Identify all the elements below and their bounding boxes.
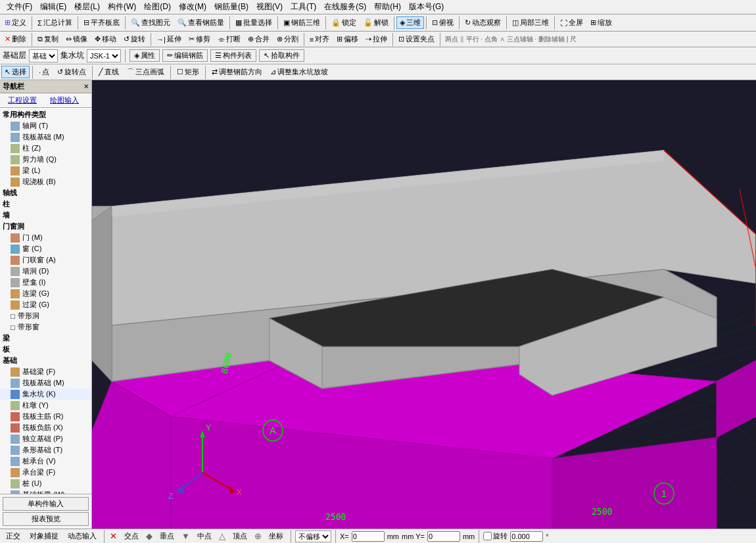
btn-set-grip[interactable]: ⊡设置夹点 — [395, 33, 438, 45]
rotate-checkbox[interactable] — [483, 532, 492, 540]
nav-item-column[interactable]: 柱 (Z) — [0, 143, 91, 154]
nav-item-shearwall[interactable]: 剪力墙 (Q) — [0, 154, 91, 165]
btn-trim[interactable]: ✂修剪 — [185, 33, 214, 45]
btn-offset[interactable]: ⊞偏移 — [333, 33, 362, 45]
btn-ortho[interactable]: 正交 — [3, 530, 24, 542]
nav-item-niche[interactable]: 壁龛 (I) — [0, 277, 91, 288]
viewport[interactable]: 1 A 8000 2500 2500 Y — [92, 80, 756, 529]
nav-item-raft[interactable]: 筏板基础 (M) — [0, 131, 91, 143]
btn-comp-list[interactable]: ☰构件列表 — [210, 49, 256, 62]
btn-rect[interactable]: ☐矩形 — [174, 66, 202, 78]
btn-lock[interactable]: 🔒锁定 — [328, 16, 360, 29]
btn-fullscreen[interactable]: ⛶全屏 — [557, 16, 586, 29]
btn-coord[interactable]: 坐标 — [266, 530, 287, 542]
nav-link-project[interactable]: 工程设置 — [3, 95, 42, 106]
btn-vertex[interactable]: 顶点 — [229, 530, 250, 542]
nav-item-cap-beam[interactable]: 承台梁 (F) — [0, 467, 91, 478]
rotate-checkbox-label[interactable]: 旋转 — [483, 531, 508, 541]
nav-item-ind-found[interactable]: 独立基础 (P) — [0, 433, 91, 444]
nav-item-wallhole[interactable]: 墙洞 (D) — [0, 266, 91, 277]
type-select[interactable]: JSK-1 — [87, 49, 121, 62]
btn-split[interactable]: ⊗分割 — [273, 33, 302, 45]
offset-select[interactable]: 不偏移 — [295, 531, 331, 542]
btn-single-input[interactable]: 单构件输入 — [3, 497, 89, 511]
btn-rotate-point[interactable]: ↺旋转点 — [54, 66, 89, 78]
btn-define[interactable]: ⊞定义 — [1, 16, 30, 29]
menu-component[interactable]: 构件(W) — [104, 0, 140, 14]
btn-perp[interactable]: 垂点 — [156, 530, 177, 542]
btn-delete[interactable]: ✕删除 — [1, 33, 30, 45]
btn-stretch[interactable]: ⇢拉伸 — [362, 33, 390, 45]
menu-help[interactable]: 帮助(H) — [370, 0, 405, 14]
btn-dynamic-obs[interactable]: ↻动态观察 — [461, 16, 504, 29]
btn-property[interactable]: ◈属性 — [130, 49, 160, 62]
btn-calc[interactable]: Σ汇总计算 — [34, 16, 76, 29]
nav-item-linkbeam[interactable]: 连梁 (G) — [0, 288, 91, 299]
rotate-input[interactable] — [510, 531, 543, 542]
nav-item-pile[interactable]: 桩 (U) — [0, 478, 91, 489]
nav-link-draw[interactable]: 绘图输入 — [45, 95, 84, 106]
btn-pick-comp[interactable]: ↖拾取构件 — [259, 49, 304, 62]
btn-unlock[interactable]: 🔓解锁 — [360, 16, 392, 29]
btn-extend[interactable]: →|延伸 — [153, 33, 185, 45]
btn-move[interactable]: ✥移动 — [91, 33, 120, 45]
menu-rebar[interactable]: 钢筋量(B) — [210, 0, 252, 14]
btn-rotate[interactable]: ↺旋转 — [120, 33, 149, 45]
btn-batch-select[interactable]: ▦批量选择 — [232, 16, 275, 29]
nav-item-raft-found[interactable]: 筏板基础 (M) — [0, 377, 91, 389]
btn-merge[interactable]: ⊕合并 — [245, 33, 273, 45]
x-input[interactable] — [352, 531, 385, 542]
btn-copy[interactable]: ⧉复制 — [34, 33, 62, 45]
menu-floor[interactable]: 楼层(L) — [70, 0, 104, 14]
btn-select[interactable]: ↖选择 — [1, 66, 30, 78]
nav-item-strip-found[interactable]: 条形基础 (T) — [0, 444, 91, 456]
btn-point[interactable]: ·点 — [35, 66, 53, 78]
btn-find[interactable]: 🔍查找图元 — [128, 16, 174, 29]
nav-item-raft-rebar[interactable]: 筏板主筋 (R) — [0, 411, 91, 422]
menu-draw[interactable]: 绘图(D) — [140, 0, 175, 14]
nav-item-pit[interactable]: 集水坑 (K) — [0, 389, 91, 400]
btn-local-3d[interactable]: ◫局部三维 — [509, 16, 552, 29]
btn-break[interactable]: ⌯打断 — [214, 33, 244, 45]
btn-adjust-rebar-dir[interactable]: ⇄调整钢筋方向 — [208, 66, 266, 78]
btn-report[interactable]: 报表预览 — [3, 512, 89, 526]
layer-select[interactable]: 基础 — [29, 49, 58, 62]
btn-3d[interactable]: ◈三维 — [396, 16, 424, 29]
nav-item-found-beam[interactable]: 基础梁 (F) — [0, 366, 91, 377]
btn-zoom[interactable]: ⊞缩放 — [587, 16, 615, 29]
nav-item-colpier[interactable]: 柱墩 (Y) — [0, 400, 91, 411]
nav-item-found-strip[interactable]: 基础板带 (W) — [0, 489, 91, 494]
btn-adjust-slope[interactable]: ⊿调整集水坑放坡 — [267, 66, 331, 78]
btn-snap[interactable]: 对象捕捉 — [26, 530, 62, 542]
nav-item-pilecap[interactable]: 桩承台 (V) — [0, 456, 91, 467]
btn-align[interactable]: ≡对齐 — [306, 33, 333, 45]
nav-item-overbeam[interactable]: 过梁 (G) — [0, 299, 91, 310]
btn-flat[interactable]: ⊟平齐板底 — [80, 16, 123, 29]
btn-intersect[interactable]: 交点 — [121, 530, 142, 542]
btn-top-view[interactable]: ⊡俯视 — [429, 16, 457, 29]
btn-arc[interactable]: ⌒三点画弧 — [124, 66, 168, 78]
menu-version[interactable]: 版本号(G) — [405, 0, 448, 14]
menu-online[interactable]: 在线服务(S) — [320, 0, 370, 14]
menu-view[interactable]: 视图(V) — [252, 0, 287, 14]
btn-view-rebar[interactable]: 🔍查看钢筋量 — [174, 16, 227, 29]
btn-mirror[interactable]: ⇔镜像 — [62, 33, 91, 45]
menu-file[interactable]: 文件(F) — [3, 0, 36, 14]
menu-modify[interactable]: 修改(M) — [175, 0, 210, 14]
nav-close-icon[interactable]: ✕ — [83, 83, 89, 90]
btn-midpoint[interactable]: 中点 — [194, 530, 215, 542]
nav-item-raft-neg[interactable]: 筏板负筋 (X) — [0, 422, 91, 433]
nav-item-stripwindow[interactable]: □ 带形窗 — [0, 321, 91, 333]
nav-item-doorwindow[interactable]: 门联窗 (A) — [0, 254, 91, 266]
btn-rebar-3d[interactable]: ▣钢筋三维 — [280, 16, 323, 29]
nav-item-grid[interactable]: 轴网 (T) — [0, 120, 91, 131]
nav-item-striphole[interactable]: □ 带形洞 — [0, 310, 91, 321]
nav-item-beam[interactable]: 梁 (L) — [0, 165, 91, 176]
nav-item-slab[interactable]: 现浇板 (B) — [0, 176, 91, 187]
menu-tools[interactable]: 工具(T) — [287, 0, 320, 14]
btn-line[interactable]: ╱直线 — [95, 66, 122, 78]
btn-edit-rebar[interactable]: ✏编辑钢筋 — [162, 49, 208, 62]
menu-edit[interactable]: 编辑(E) — [36, 0, 70, 14]
nav-item-window[interactable]: 窗 (C) — [0, 243, 91, 254]
y-input[interactable] — [427, 531, 460, 542]
